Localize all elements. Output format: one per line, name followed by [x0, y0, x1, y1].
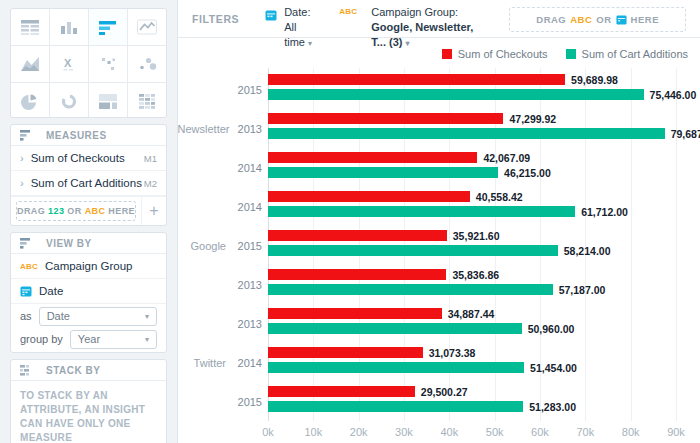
selected-value: Year [78, 333, 100, 345]
checkouts-bar[interactable] [268, 347, 423, 358]
legend-item[interactable]: Sum of Cart Additions [566, 48, 688, 60]
bar-chart: Sum of CheckoutsSum of Cart Additions 20… [178, 38, 700, 443]
cart-additions-bar[interactable] [268, 206, 575, 217]
checkouts-bar[interactable] [268, 308, 442, 319]
view-by-item-campaign-group[interactable]: ABC Campaign Group [11, 254, 166, 279]
stack-by-note: TO STACK BY AN ATTRIBUTE, AN INSIGHT CAN… [11, 381, 166, 443]
year-label: 2013 [238, 123, 262, 135]
measure-tag: M1 [144, 153, 157, 164]
data-label: 31,073.38 [429, 347, 476, 359]
checkouts-bar[interactable] [268, 191, 470, 202]
data-label: 47,299.92 [509, 113, 556, 125]
data-label: 46,215.00 [504, 167, 551, 179]
legend-swatch [566, 49, 576, 59]
attribute-label: Date [39, 285, 63, 297]
visualization-type-picker: X [10, 8, 167, 118]
chart-category-row: Twitter201431,073.3851,454.00 [268, 343, 676, 382]
viz-type-column-icon[interactable] [50, 9, 88, 45]
measure-label: Sum of Cart Additions [31, 177, 142, 189]
x-axis-tick: 90k [667, 426, 685, 438]
viz-type-headline-icon[interactable]: X [50, 46, 88, 82]
checkouts-bar[interactable] [268, 113, 503, 124]
data-label: 57,187.00 [559, 284, 606, 296]
cart-additions-bar[interactable] [268, 323, 522, 334]
chart-category-row: 201529,500.2751,283.00 [268, 382, 676, 421]
measures-header: MEASURES [11, 125, 166, 146]
checkouts-bar[interactable] [268, 269, 446, 280]
measures-dropzone[interactable]: DRAG 123 OR ABC HERE [16, 201, 136, 221]
measure-item-sum-of-checkouts[interactable]: › Sum of Checkouts M1 [11, 146, 166, 171]
viz-type-line-icon[interactable] [128, 9, 166, 45]
x-axis-tick: 0k [262, 426, 274, 438]
checkouts-bar[interactable] [268, 152, 477, 163]
cart-additions-bar[interactable] [268, 128, 665, 139]
group-label: Google [191, 240, 226, 252]
selected-value: Date [47, 310, 70, 322]
data-label: 35,836.86 [452, 269, 499, 281]
cart-additions-bar[interactable] [268, 401, 523, 412]
viz-type-bar-icon[interactable] [89, 9, 127, 45]
cart-additions-bar[interactable] [268, 284, 553, 295]
chart-category-row: 201442,067.0946,215.00 [268, 148, 676, 187]
viz-type-table-icon[interactable] [11, 9, 49, 45]
data-label: 51,454.00 [530, 362, 577, 374]
cart-additions-bar[interactable] [268, 167, 498, 178]
viz-type-bubble-icon[interactable] [128, 46, 166, 82]
category-labels: Newsletter2013 [178, 109, 262, 148]
dropzone-text: HERE [631, 14, 659, 25]
view-by-header: VIEW BY [11, 233, 166, 254]
attribute-token: ABC [85, 206, 106, 216]
measure-item-sum-of-cart-additions[interactable]: › Sum of Cart Additions M2 [11, 171, 166, 196]
view-by-title: VIEW BY [46, 238, 92, 249]
calendar-icon [616, 14, 627, 25]
filter-label: Campaign Group: [371, 5, 475, 20]
add-measure-button[interactable]: + [141, 197, 166, 225]
cart-additions-bar[interactable] [268, 89, 644, 100]
data-label: 51,283.00 [529, 401, 576, 413]
checkouts-bar[interactable] [268, 230, 447, 241]
category-labels: 2015 [178, 70, 262, 109]
view-by-item-date[interactable]: Date [11, 279, 166, 304]
chart-category-row: Google201535,921.6058,214.00 [268, 226, 676, 265]
category-labels: Twitter2014 [178, 343, 262, 382]
x-axis-tick: 40k [440, 426, 458, 438]
cart-additions-bar[interactable] [268, 362, 524, 373]
chart-category-row: 201334,887.4450,960.00 [268, 304, 676, 343]
viz-type-donut-icon[interactable] [50, 83, 88, 118]
checkouts-bar[interactable] [268, 74, 565, 85]
filter-label: Date: [284, 5, 313, 20]
category-labels: 2014 [178, 187, 262, 226]
filter-dropzone[interactable]: DRAG ABC OR HERE [509, 7, 686, 32]
checkouts-bar[interactable] [268, 386, 415, 397]
stack-by-panel: STACK BY TO STACK BY AN ATTRIBUTE, AN IN… [10, 359, 167, 443]
group-by-label: group by [20, 333, 63, 345]
data-label: 34,887.44 [448, 308, 495, 320]
x-axis-tick: 80k [622, 426, 640, 438]
viz-type-heatmap-icon[interactable] [128, 83, 166, 118]
viz-type-area-icon[interactable] [11, 46, 49, 82]
data-label: 50,960.00 [528, 323, 575, 335]
analytical-designer-app: X MEASURES › Sum of Checkouts M1 › Sum o… [0, 0, 700, 443]
category-labels: 2015 [178, 382, 262, 421]
year-label: 2015 [234, 240, 262, 252]
viz-type-pie-icon[interactable] [11, 83, 49, 118]
group-label: Newsletter [178, 123, 230, 135]
year-label: 2014 [234, 201, 262, 213]
chart-category-row: 201440,558.4261,712.00 [268, 187, 676, 226]
calendar-icon [20, 285, 32, 297]
date-as-select[interactable]: Date ▾ [39, 307, 157, 326]
chevron-down-icon: ▾ [145, 312, 149, 321]
cart-additions-bar[interactable] [268, 245, 558, 256]
legend-item[interactable]: Sum of Checkouts [442, 48, 548, 60]
year-label: 2014 [234, 357, 262, 369]
x-axis-tick: 20k [350, 426, 368, 438]
year-label: 2015 [234, 396, 262, 408]
group-by-select[interactable]: Year ▾ [70, 330, 157, 349]
viz-type-treemap-icon[interactable] [89, 83, 127, 118]
measure-label: Sum of Checkouts [31, 152, 125, 164]
data-label: 35,921.60 [453, 230, 500, 242]
abc-attribute-icon: ABC [20, 262, 38, 271]
viz-type-scatter-icon[interactable] [89, 46, 127, 82]
chevron-right-icon: › [20, 153, 24, 164]
x-axis-tick: 10k [304, 426, 322, 438]
